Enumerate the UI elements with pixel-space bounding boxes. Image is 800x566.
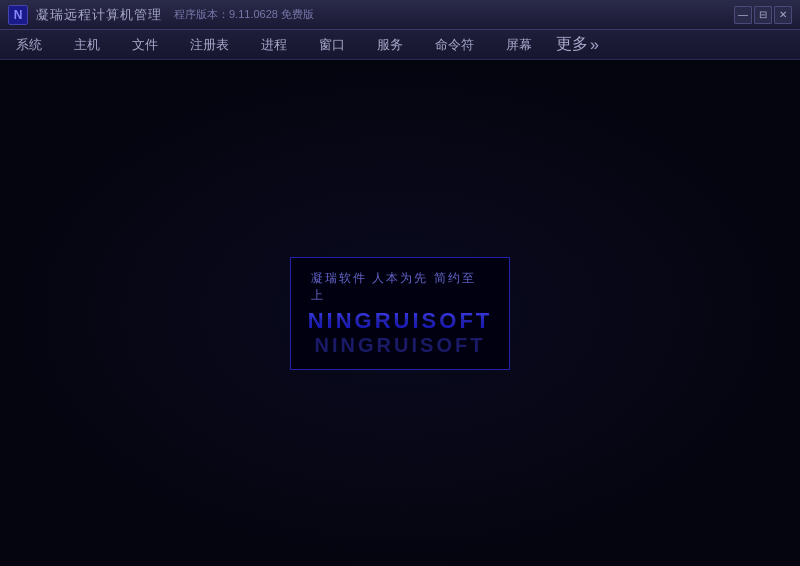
main-content: 凝瑞软件 人本为先 简约至上 NINGRUISOFT NINGRUISOFT [0, 60, 800, 566]
version-text: 程序版本：9.11.0628 免费版 [174, 7, 314, 22]
app-icon-letter: N [14, 8, 23, 22]
window-controls: — ⊟ ✕ [734, 6, 792, 24]
title-bar-left: N 凝瑞远程计算机管理 程序版本：9.11.0628 免费版 [8, 5, 314, 25]
logo-tagline: 凝瑞软件 人本为先 简约至上 [311, 270, 489, 304]
menu-more-icon: » [590, 36, 599, 54]
close-button[interactable]: ✕ [774, 6, 792, 24]
maximize-button[interactable]: ⊟ [754, 6, 772, 24]
menu-item-screen[interactable]: 屏幕 [490, 30, 548, 59]
logo-box: 凝瑞软件 人本为先 简约至上 NINGRUISOFT NINGRUISOFT [290, 257, 510, 370]
menu-item-process[interactable]: 进程 [245, 30, 303, 59]
menu-item-system[interactable]: 系统 [0, 30, 58, 59]
logo-main-text: NINGRUISOFT [308, 308, 493, 334]
minimize-button[interactable]: — [734, 6, 752, 24]
logo-container: 凝瑞软件 人本为先 简约至上 NINGRUISOFT NINGRUISOFT [290, 257, 510, 370]
menu-item-command[interactable]: 命令符 [419, 30, 490, 59]
app-icon: N [8, 5, 28, 25]
menu-item-host[interactable]: 主机 [58, 30, 116, 59]
title-bar: N 凝瑞远程计算机管理 程序版本：9.11.0628 免费版 — ⊟ ✕ [0, 0, 800, 30]
menu-item-more[interactable]: 更多 » [548, 30, 607, 59]
menu-item-service[interactable]: 服务 [361, 30, 419, 59]
logo-shadow-text: NINGRUISOFT [315, 334, 486, 357]
menu-item-window[interactable]: 窗口 [303, 30, 361, 59]
menu-bar: 系统 主机 文件 注册表 进程 窗口 服务 命令符 屏幕 更多 » [0, 30, 800, 60]
menu-more-label: 更多 [556, 34, 588, 55]
menu-item-file[interactable]: 文件 [116, 30, 174, 59]
menu-item-registry[interactable]: 注册表 [174, 30, 245, 59]
app-title: 凝瑞远程计算机管理 [36, 6, 162, 24]
